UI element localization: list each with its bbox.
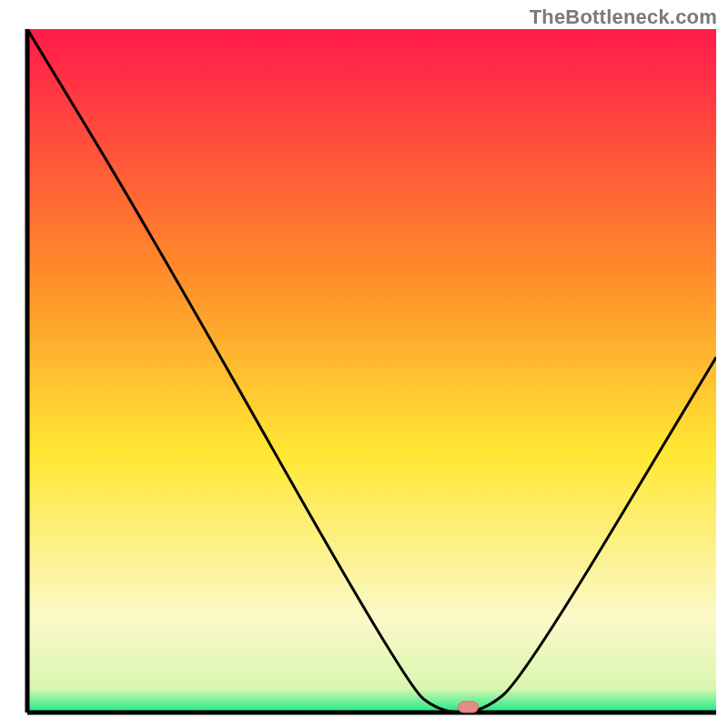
chart-container: { "attribution": "TheBottleneck.com", "c… (0, 0, 728, 728)
bottleneck-chart (0, 0, 728, 728)
plot-background (27, 29, 716, 713)
optimum-marker (458, 702, 478, 713)
